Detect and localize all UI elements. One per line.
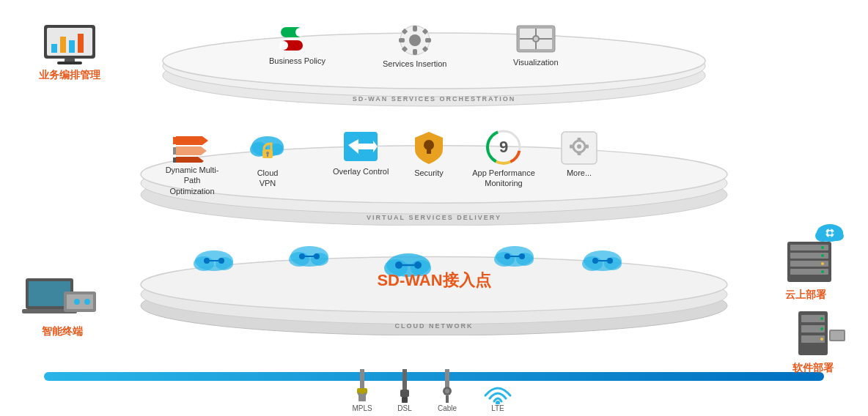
- svg-point-67: [314, 253, 320, 259]
- svg-rect-95: [445, 369, 449, 390]
- conn-item-mpls: MPLS: [352, 368, 372, 412]
- svg-point-22: [534, 37, 538, 41]
- svg-point-137: [820, 317, 823, 320]
- svg-point-49: [577, 144, 581, 149]
- svg-point-58: [194, 256, 214, 271]
- business-policy-icon: [278, 24, 317, 53]
- services-insertion-label: Services Insertion: [383, 59, 446, 69]
- cloud-5: [581, 246, 625, 275]
- svg-rect-105: [78, 34, 84, 53]
- svg-point-6: [279, 41, 288, 50]
- svg-point-139: [820, 338, 823, 341]
- svg-point-61: [218, 258, 224, 264]
- svg-rect-131: [825, 232, 827, 234]
- conn-item-lte: LTE: [479, 375, 516, 412]
- svg-rect-129: [829, 228, 831, 230]
- svg-point-84: [592, 258, 598, 264]
- svg-rect-141: [831, 331, 844, 340]
- svg-rect-9: [413, 26, 417, 31]
- dynamic-multipath-label: Dynamic Multi-Path Optimization: [163, 165, 221, 196]
- icon-group-app-performance: 9 App PerformanceMonitoring: [471, 129, 537, 189]
- more-label: More...: [567, 168, 592, 178]
- svg-rect-94: [402, 397, 408, 403]
- overlay-control-label: Overlay Control: [333, 166, 389, 177]
- platform-mid: VIRTUAL SERVICES DELIVERY Dynamic Multi-…: [133, 123, 735, 226]
- svg-point-123: [821, 270, 824, 273]
- svg-point-8: [409, 34, 421, 46]
- svg-point-78: [504, 253, 510, 259]
- svg-rect-52: [570, 145, 573, 149]
- svg-point-97: [445, 389, 449, 393]
- cloud-icon-right: [814, 220, 846, 246]
- svg-point-59: [216, 257, 233, 270]
- platform-top: SD-WAN SERVICES ORCHESTRATION Business P…: [155, 21, 713, 108]
- cable-label: Cable: [438, 404, 457, 412]
- icon-group-overlay-control: Overlay Control: [333, 129, 389, 177]
- icon-group-business-policy: Business Policy: [269, 24, 326, 66]
- svg-rect-29: [173, 137, 176, 144]
- security-label: Security: [414, 168, 444, 178]
- side-business-management: 业务编排管理: [29, 22, 110, 82]
- icon-group-more: More...: [560, 130, 598, 178]
- svg-rect-87: [360, 369, 364, 391]
- software-deploy-label: 软件部署: [792, 362, 834, 375]
- business-policy-label: Business Policy: [269, 56, 326, 66]
- side-software-deploy: 软件部署: [773, 308, 853, 375]
- smart-terminal-label: 智能终端: [42, 325, 83, 338]
- svg-rect-50: [578, 138, 581, 141]
- svg-rect-53: [585, 145, 589, 149]
- visualization-label: Visualization: [513, 57, 559, 67]
- cloud-4: [493, 242, 537, 271]
- svg-point-85: [607, 258, 613, 264]
- app-performance-icon: 9: [484, 129, 523, 166]
- visualization-icon: [514, 23, 558, 55]
- svg-rect-132: [833, 232, 835, 234]
- cloud-2: [287, 242, 331, 271]
- icon-group-cloud-vpn: CloudVPN: [247, 130, 288, 189]
- svg-point-83: [604, 257, 622, 270]
- security-icon: [411, 129, 447, 166]
- svg-rect-12: [425, 38, 431, 42]
- lte-label: LTE: [491, 404, 504, 412]
- svg-rect-103: [60, 37, 66, 53]
- cloud-vpn-label: CloudVPN: [257, 168, 279, 189]
- svg-rect-31: [173, 157, 176, 163]
- app-performance-label: App PerformanceMonitoring: [471, 168, 537, 189]
- icon-group-visualization: Visualization: [513, 23, 559, 67]
- dynamic-multipath-icon: [172, 130, 213, 163]
- svg-rect-130: [829, 236, 831, 238]
- scene: SD-WAN SERVICES ORCHESTRATION Business P…: [0, 0, 868, 416]
- svg-marker-27: [176, 146, 207, 155]
- sdwan-center-text: SD-WAN接入点: [361, 270, 507, 291]
- services-insertion-icon: [397, 24, 433, 56]
- svg-point-113: [74, 299, 80, 305]
- svg-rect-98: [446, 395, 449, 403]
- svg-point-4: [295, 28, 304, 37]
- platform-bot: CLOUD NETWORK: [133, 233, 735, 335]
- svg-rect-92: [402, 369, 407, 393]
- svg-rect-91: [358, 394, 366, 401]
- side-cloud-deploy: 云上部署: [765, 227, 846, 302]
- svg-rect-102: [51, 44, 57, 53]
- svg-rect-11: [399, 38, 405, 42]
- icon-group-dynamic-multipath: Dynamic Multi-Path Optimization: [163, 130, 221, 196]
- svg-rect-41: [427, 148, 431, 154]
- bot-layer-label: CLOUD NETWORK: [133, 322, 735, 330]
- svg-rect-104: [69, 40, 75, 53]
- mid-layer-label: VIRTUAL SERVICES DELIVERY: [133, 214, 735, 221]
- business-management-label: 业务编排管理: [39, 69, 100, 82]
- cloud-deploy-label: 云上部署: [785, 289, 826, 302]
- conn-item-cable: Cable: [437, 368, 457, 412]
- svg-text:9: 9: [499, 138, 508, 156]
- svg-point-82: [582, 256, 603, 271]
- svg-point-128: [828, 231, 832, 235]
- svg-point-138: [820, 327, 823, 330]
- icon-group-security: Security: [411, 129, 447, 178]
- svg-marker-28: [176, 157, 204, 163]
- svg-point-73: [414, 261, 422, 269]
- svg-rect-30: [173, 147, 176, 155]
- svg-point-121: [821, 254, 824, 257]
- svg-rect-93: [400, 390, 409, 397]
- svg-rect-107: [57, 62, 82, 64]
- side-smart-terminal: 智能终端: [15, 271, 110, 338]
